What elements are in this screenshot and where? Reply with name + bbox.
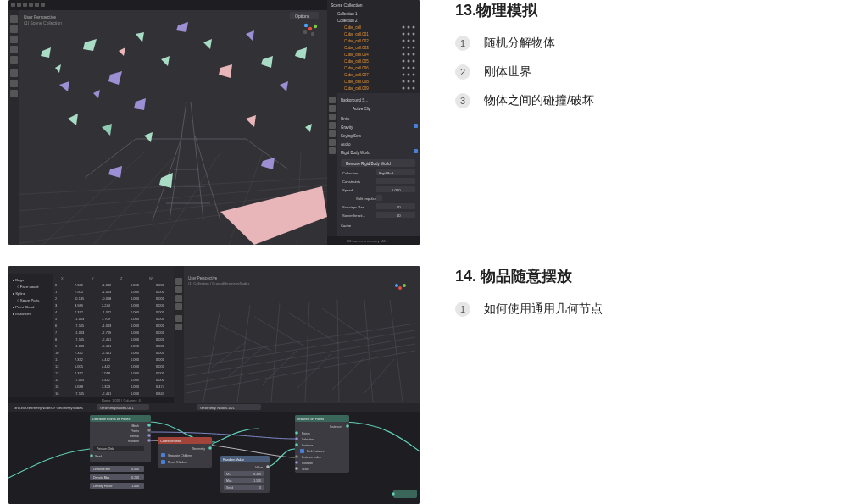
svg-point-328 bbox=[295, 443, 298, 446]
svg-point-88 bbox=[413, 33, 415, 36]
svg-text:10: 10 bbox=[397, 213, 401, 218]
svg-text:7.018: 7.018 bbox=[102, 371, 111, 375]
list-item: 1 随机分解物体 bbox=[455, 36, 594, 51]
svg-text:Min: Min bbox=[226, 473, 231, 476]
svg-text:Solver Iterati...: Solver Iterati... bbox=[342, 213, 365, 218]
svg-point-105 bbox=[408, 74, 410, 76]
svg-text:○ Face count:: ○ Face count: bbox=[17, 285, 39, 289]
svg-text:Distribute Points on Faces: Distribute Points on Faces bbox=[92, 418, 130, 421]
step-text: 如何使用通用几何节点 bbox=[484, 302, 603, 317]
svg-rect-136 bbox=[376, 178, 415, 184]
svg-text:Pick Instance: Pick Instance bbox=[307, 450, 325, 453]
viewport-label: User Perspective bbox=[188, 276, 218, 280]
svg-rect-332 bbox=[393, 490, 417, 498]
svg-rect-54 bbox=[8, 10, 19, 245]
svg-text:▸ Instances: ▸ Instances bbox=[13, 312, 31, 316]
sec14-title: 14. 物品随意摆放 bbox=[455, 266, 603, 286]
svg-text:0.000: 0.000 bbox=[131, 371, 140, 375]
svg-text:-2.411: -2.411 bbox=[102, 391, 112, 396]
svg-point-66 bbox=[304, 24, 308, 27]
svg-point-112 bbox=[413, 87, 415, 90]
svg-point-106 bbox=[413, 74, 415, 76]
svg-text:Max: Max bbox=[226, 479, 232, 483]
svg-text:0.000: 0.000 bbox=[131, 303, 140, 307]
svg-text:4.442: 4.442 bbox=[102, 364, 111, 368]
svg-rect-115 bbox=[329, 97, 336, 103]
svg-text:Density Factor: Density Factor bbox=[93, 485, 113, 488]
svg-point-331 bbox=[295, 467, 298, 470]
svg-rect-252 bbox=[175, 278, 182, 285]
svg-text:GeometryNodes.001: GeometryNodes.001 bbox=[100, 406, 134, 410]
svg-point-276 bbox=[147, 424, 151, 427]
svg-rect-129 bbox=[414, 124, 418, 128]
svg-rect-296 bbox=[161, 460, 165, 464]
svg-text:0.000: 0.000 bbox=[131, 385, 140, 389]
svg-text:0.000: 0.000 bbox=[156, 378, 165, 382]
svg-rect-141 bbox=[376, 195, 382, 201]
svg-text:0.000: 0.000 bbox=[156, 330, 165, 335]
step-text: 刚体世界 bbox=[484, 64, 531, 80]
svg-text:Geometry: Geometry bbox=[192, 447, 206, 451]
svg-point-83 bbox=[403, 26, 405, 29]
svg-rect-55 bbox=[10, 15, 18, 23]
sec13-blender-physics-screenshot: User Perspective (1) Scene Collection Op… bbox=[8, 0, 420, 245]
svg-point-96 bbox=[408, 53, 410, 56]
svg-text:0.000: 0.000 bbox=[156, 303, 165, 307]
svg-point-84 bbox=[408, 26, 410, 29]
svg-text:0.400: 0.400 bbox=[253, 473, 261, 476]
svg-rect-121 bbox=[329, 147, 336, 154]
svg-text:Collection Info: Collection Info bbox=[160, 440, 181, 443]
svg-text:Value: Value bbox=[255, 466, 263, 469]
svg-rect-118 bbox=[329, 122, 336, 129]
svg-text:7.332: 7.332 bbox=[75, 357, 84, 362]
svg-text:0.000: 0.000 bbox=[131, 330, 140, 335]
sec13-image-wrap: User Perspective (1) Scene Collection Op… bbox=[8, 0, 420, 245]
nodes-breadcrumb-right: Geometry Nodes.001 bbox=[200, 406, 235, 410]
svg-text:0.000: 0.000 bbox=[131, 317, 140, 321]
svg-rect-261 bbox=[8, 403, 420, 504]
svg-text:Cube_cell.003: Cube_cell.003 bbox=[344, 46, 369, 50]
svg-text:Reset Children: Reset Children bbox=[168, 461, 187, 464]
sec13-title: 13.物理模拟 bbox=[455, 0, 594, 20]
svg-text:-1.003: -1.003 bbox=[102, 290, 112, 294]
spreadsheet-footer: Rows: 1,000 | Columns: 4 bbox=[102, 398, 142, 402]
svg-text:15: 15 bbox=[55, 385, 59, 389]
nodes-breadcrumb-left: GroundGeometryNodes > GeometryNodes bbox=[14, 406, 83, 410]
svg-text:Instance on Points: Instance on Points bbox=[297, 418, 324, 421]
svg-text:7.505: 7.505 bbox=[75, 290, 84, 294]
svg-text:6.688: 6.688 bbox=[75, 385, 84, 389]
step-text: 物体之间的碰撞/破坏 bbox=[484, 93, 594, 108]
svg-point-110 bbox=[403, 87, 405, 90]
svg-text:0.000: 0.000 bbox=[156, 324, 165, 328]
svg-text:Normal: Normal bbox=[130, 435, 140, 438]
svg-rect-253 bbox=[175, 286, 182, 293]
svg-rect-119 bbox=[329, 130, 336, 137]
outliner-root: Scene Collection bbox=[331, 3, 363, 8]
svg-text:7.332: 7.332 bbox=[75, 283, 84, 287]
svg-text:0.000: 0.000 bbox=[131, 468, 139, 471]
svg-text:-1.002: -1.002 bbox=[102, 283, 112, 287]
svg-point-85 bbox=[413, 26, 415, 29]
svg-text:0.000: 0.000 bbox=[156, 317, 165, 321]
svg-text:W: W bbox=[149, 276, 153, 280]
svg-text:Poisson Disk: Poisson Disk bbox=[97, 447, 114, 451]
svg-text:RigidBod...: RigidBod... bbox=[379, 171, 396, 175]
svg-text:-7.505: -7.505 bbox=[75, 337, 85, 341]
svg-point-65 bbox=[314, 25, 317, 28]
svg-text:0.000: 0.000 bbox=[156, 290, 165, 294]
svg-text:10: 10 bbox=[55, 351, 59, 355]
svg-text:16: 16 bbox=[55, 391, 59, 396]
svg-rect-294 bbox=[161, 453, 165, 457]
svg-text:0.000: 0.000 bbox=[156, 357, 165, 362]
svg-text:0.000: 0.000 bbox=[156, 337, 165, 341]
svg-rect-250 bbox=[174, 266, 420, 403]
svg-text:Cache: Cache bbox=[341, 224, 352, 228]
svg-text:Seed: Seed bbox=[95, 455, 102, 458]
svg-point-327 bbox=[295, 437, 298, 440]
svg-text:Cube_cell.004: Cube_cell.004 bbox=[344, 53, 369, 57]
svg-text:0.000: 0.000 bbox=[131, 357, 140, 362]
svg-text:Cube_cell.001: Cube_cell.001 bbox=[344, 32, 369, 36]
svg-text:12: 12 bbox=[55, 364, 59, 368]
svg-text:0.000: 0.000 bbox=[131, 378, 140, 382]
sec13-steps: 1 随机分解物体 2 刚体世界 3 物体之间的碰撞/破坏 bbox=[455, 36, 594, 108]
